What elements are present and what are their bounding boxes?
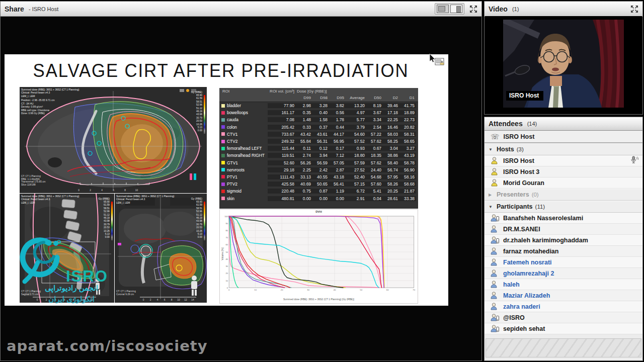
- participant-user-icon: [491, 303, 499, 310]
- attendees-pod-title: Attendees: [489, 120, 523, 128]
- participant-name: Fatemeh nosrati: [503, 259, 552, 266]
- roi-color-swatch: [221, 161, 225, 164]
- table-row: skin 480.81 0.00 0.00 0.00 2.91 0.04 28.…: [219, 195, 418, 202]
- slide-title: SALVAGE CIRT AFTER PRE-IRRADIATION: [18, 60, 424, 81]
- chevron-down-icon[interactable]: ▼: [489, 147, 496, 152]
- hosts-group-header[interactable]: ▼ Hosts (3): [485, 143, 642, 155]
- svg-text:70: 70: [226, 236, 228, 239]
- roi-color-swatch: [221, 104, 225, 108]
- table-row: CTV2 249.32 55.84 56.31 56.95 57.52 57.6…: [219, 138, 418, 145]
- table-row: CTV1 733.67 43.42 43.61 44.17 54.60 57.2…: [219, 131, 418, 138]
- dvh-y-axis-label: Volume [%]: [221, 239, 224, 269]
- participant-user-icon: [491, 236, 499, 244]
- host-row[interactable]: ISRO Host: [485, 155, 642, 166]
- ct-coronal-view: Summed dose (RBE): 36S1 + 36S2 (CT 1 Pla…: [115, 194, 207, 303]
- shared-slide: SALVAGE CIRT AFTER PRE-IRRADIATION: [5, 54, 448, 306]
- share-pod-subtitle: - ISRO Host: [29, 6, 58, 12]
- active-speaker-name: ISRO Host: [504, 133, 535, 140]
- dose-colorbar-strip: [204, 95, 206, 134]
- participant-row[interactable]: DR.M.SANEI: [485, 224, 642, 235]
- participant-name: zahra naderi: [503, 303, 540, 310]
- video-content: ISRO Host: [485, 16, 642, 114]
- ct-axial-colorbar: Gy (RBE) 65.9061.5958.5152.9651.1246.194…: [185, 90, 206, 133]
- share-fullscreen-icon[interactable]: [469, 5, 477, 13]
- participant-row[interactable]: dr.zhaleh karimimoghaddam: [485, 235, 642, 246]
- participant-name: dr.zhaleh karimimoghaddam: [503, 237, 588, 244]
- layout-option-1-icon[interactable]: [437, 5, 449, 13]
- video-pod-header[interactable]: Video (1): [485, 2, 642, 17]
- table-row: femoralhead RIGHT 119.51 2.74 3.94 7.12 …: [219, 152, 418, 159]
- dose-colorbar-strip: [204, 202, 206, 240]
- participants-group-header[interactable]: ▼ Participants (11): [485, 201, 642, 213]
- video-pod: Video (1): [484, 1, 643, 115]
- telephone-icon: ☏: [491, 133, 500, 140]
- participant-row[interactable]: gholamrezahaji 2: [485, 268, 642, 279]
- participant-row[interactable]: Maziar Alizadeh: [485, 290, 642, 301]
- ct-sagittal-ruler: 024681012: [33, 299, 96, 301]
- participant-row[interactable]: Banafsheh Nasseroleslami: [485, 213, 642, 224]
- participant-row[interactable]: farnaz motahedian: [485, 246, 642, 257]
- participant-row[interactable]: Fatemeh nosrati: [485, 257, 642, 268]
- share-pod-title: Share: [5, 5, 24, 13]
- presenters-group-header[interactable]: ▶ Presenters (0): [485, 189, 642, 201]
- participant-name: gholamrezahaji 2: [503, 270, 554, 277]
- host-user-icon: [491, 168, 499, 175]
- hosts-list: ISRO Host ISRO: [485, 155, 642, 189]
- dose-colorbar-strip: [111, 202, 113, 240]
- roi-color-swatch: [221, 190, 225, 193]
- svg-text:50: 50: [360, 289, 362, 291]
- chevron-down-icon[interactable]: ▼: [489, 205, 496, 209]
- roi-table-body: bladder 77.90 2.98 3.28 3.82 13.20 8.19 …: [219, 102, 418, 202]
- video-pod-title: Video: [489, 5, 508, 13]
- participant-row[interactable]: haleh: [485, 279, 642, 290]
- share-layout-switcher: [435, 3, 464, 15]
- table-row: bladder 77.90 2.98 3.28 3.82 13.20 8.19 …: [219, 102, 418, 109]
- share-pod: Share - ISRO Host SALVAGE CIRT AFTER PRE…: [0, 1, 482, 361]
- active-speaker-row[interactable]: ☏ ISRO Host: [485, 131, 642, 143]
- table-row: PTV1 1111.43 33.13 40.55 43.18 52.40 54.…: [219, 173, 418, 180]
- video-fullscreen-icon[interactable]: [630, 5, 638, 13]
- participant-row[interactable]: @ISRO: [485, 312, 642, 323]
- ct-sagittal-footer-text: CT: CT 1 PlanningSagittal 0.71 cm: [21, 290, 41, 296]
- roi-color-swatch: [221, 154, 225, 157]
- host-user-icon: [491, 157, 499, 164]
- pod-resize-area[interactable]: [486, 338, 641, 357]
- participant-row[interactable]: zahra naderi: [485, 301, 642, 312]
- svg-text:20: 20: [281, 289, 283, 291]
- svg-text:80: 80: [226, 229, 228, 232]
- svg-text:30: 30: [307, 289, 309, 291]
- svg-text:10: 10: [226, 280, 228, 282]
- microphone-icon[interactable]: [630, 156, 638, 166]
- ct-axial-header-text: Summed dose (RBE): 36S1 + 36S2 (CT 1 Pla…: [21, 88, 79, 98]
- svg-text:60: 60: [226, 243, 228, 246]
- participant-name: sepideh sehat: [503, 325, 545, 332]
- share-pod-header[interactable]: Share - ISRO Host: [1, 2, 481, 17]
- layout-option-2-icon[interactable]: [450, 5, 462, 13]
- participant-name: Maziar Alizadeh: [503, 292, 550, 299]
- attendees-footer: [485, 334, 642, 360]
- svg-text:30: 30: [226, 265, 228, 267]
- roi-color-swatch: [221, 125, 225, 129]
- participant-row[interactable]: sepideh sehat: [485, 323, 642, 334]
- participant-user-icon: [491, 247, 499, 255]
- participant-name: haleh: [503, 281, 520, 288]
- roi-dose-table: ROI ROI vol. [cm³] Dose [Gy (RBE)] D99 D…: [219, 88, 418, 209]
- roi-color-swatch: [221, 111, 225, 115]
- chevron-right-icon[interactable]: ▶: [489, 193, 496, 197]
- svg-text:20: 20: [226, 272, 228, 275]
- webcam-video-frame: ISRO Host: [503, 20, 624, 108]
- roi-color-swatch: [221, 132, 225, 136]
- attendees-pod-header[interactable]: Attendees (14): [485, 117, 642, 131]
- host-row[interactable]: Morid Gouran: [485, 177, 642, 189]
- host-row[interactable]: ISRO Host 3: [485, 166, 642, 177]
- video-pod-count: (1): [512, 6, 519, 12]
- roi-color-swatch: [221, 168, 225, 171]
- roi-color-swatch: [221, 118, 225, 122]
- svg-text:100: 100: [224, 215, 228, 218]
- ct-sagittal-view: Summed dose (RBE): 36S1 + 36S2 (CT 1 Pla…: [20, 194, 114, 303]
- participants-list: Banafsheh Nasseroleslami DR.M.SANEI: [485, 213, 642, 334]
- roi-color-swatch: [221, 175, 225, 178]
- roi-color-swatch: [221, 147, 225, 150]
- dvh-plot-area: 0102030405060708090100010203040506070: [220, 214, 418, 296]
- table-row: sigmoid 220.48 0.75 0.87 1.19 6.72 5.41 …: [219, 188, 418, 195]
